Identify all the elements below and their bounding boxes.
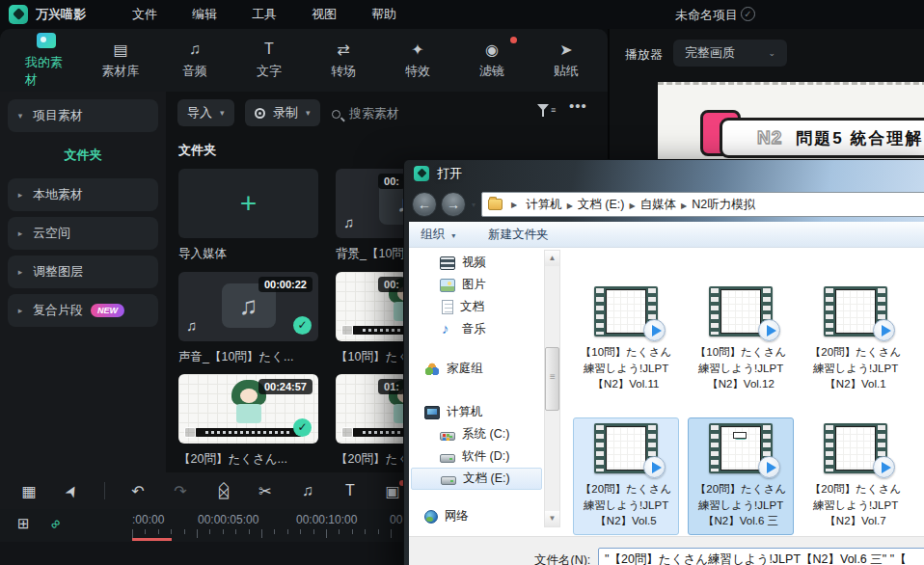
preview-title-banner: N2 問題5 統合理解 xyxy=(720,118,924,158)
delete-icon[interactable]: ⌫ xyxy=(216,481,231,500)
auto-ripple-link-icon[interactable]: ∞ xyxy=(46,515,64,532)
tree-item-家庭组[interactable]: 家庭组 xyxy=(411,358,542,380)
undo-icon[interactable]: ↶ xyxy=(128,482,148,500)
breadcrumb: 计算机▶文档 (E:)▶自媒体▶N2听力模拟 xyxy=(526,197,755,213)
recent-pages-icon[interactable]: ▾ xyxy=(472,201,476,209)
breadcrumb-arrow-icon: ▶ xyxy=(629,202,635,210)
scrollbar-thumb[interactable] xyxy=(545,347,559,411)
tree-scrollbar[interactable]: ▲ ▼ xyxy=(544,250,560,527)
notification-dot xyxy=(510,37,517,43)
tab-音频[interactable]: ♫音频 xyxy=(174,40,216,80)
breadcrumb-segment[interactable]: 文档 (E:) xyxy=(578,198,625,211)
split-scissors-icon[interactable]: ✂ xyxy=(256,482,275,500)
file-item[interactable]: 【10問】たくさん練習しよう!JLPT【N2】Vol.11 xyxy=(573,281,679,398)
tree-item-网络[interactable]: 网络 xyxy=(411,505,542,527)
film-library-icon xyxy=(440,256,455,270)
media-tile-label: 导入媒体 xyxy=(178,246,333,262)
film-frame xyxy=(606,289,646,334)
tree-item-label: 计算机 xyxy=(447,404,483,420)
address-bar[interactable]: ▶ 计算机▶文档 (E:)▶自媒体▶N2听力模拟 xyxy=(481,192,924,217)
detach-audio-icon[interactable]: ♫ xyxy=(298,482,317,499)
tree-item-文档 (E:)[interactable]: 文档 (E:) xyxy=(411,468,542,490)
sidebar-item-本地素材[interactable]: ▸本地素材 xyxy=(8,178,158,211)
film-sprockets xyxy=(711,288,719,335)
film-sprockets xyxy=(596,288,604,335)
media-section-title: 文件夹 xyxy=(178,142,216,159)
menu-item[interactable]: 工具 xyxy=(252,6,277,23)
tab-我的素材[interactable]: 我的素材 xyxy=(25,32,68,89)
file-item-partial[interactable] xyxy=(917,281,924,342)
crop-icon[interactable]: ▣ xyxy=(383,482,402,500)
more-options-icon[interactable]: ••• xyxy=(569,97,587,114)
homegroup-icon xyxy=(424,363,440,376)
file-item[interactable]: 【20問】たくさん練習しよう!JLPT【N2】Vol.6 三 xyxy=(688,417,794,535)
tree-item-系统 (C:)[interactable]: 系统 (C:) xyxy=(411,423,542,445)
sidebar-item-label: 调整图层 xyxy=(33,263,83,281)
forward-button[interactable]: → xyxy=(441,192,466,217)
tab-文字[interactable]: T文字 xyxy=(248,40,290,80)
redo-icon[interactable]: ↷ xyxy=(171,482,190,500)
tree-item-图片[interactable]: 图片 xyxy=(411,274,542,296)
media-tile-import[interactable]: + xyxy=(178,169,318,238)
import-button[interactable]: 导入▾ xyxy=(177,99,234,126)
tree-item-文档[interactable]: 文档 xyxy=(411,296,542,318)
sidebar-item-云空间[interactable]: ▸云空间 xyxy=(8,217,158,250)
dialog-title: 打开 xyxy=(437,165,462,182)
tab-滤镜[interactable]: ◉滤镜 xyxy=(471,40,513,80)
record-button[interactable]: 录制▾ xyxy=(245,99,320,126)
sidebar-item-调整图层[interactable]: ▸调整图层 xyxy=(8,256,158,288)
menu-item[interactable]: 编辑 xyxy=(192,6,217,23)
tab-label: 特效 xyxy=(405,63,430,80)
tree-item-视频[interactable]: 视频 xyxy=(411,252,542,274)
ruler-tick xyxy=(300,529,301,534)
sidebar-item-复合片段[interactable]: ▸复合片段NEW xyxy=(8,294,158,327)
file-item[interactable]: 【20問】たくさん練習しよう!JLPT【N2】Vol.5 xyxy=(573,417,679,535)
file-item[interactable]: 【20問】たくさん練習しよう!JLPT【N2】Vol.1 xyxy=(802,281,909,398)
scroll-down-icon[interactable]: ▼ xyxy=(545,511,559,526)
menu-item[interactable]: 文件 xyxy=(132,6,157,23)
caret-right-icon: ▸ xyxy=(8,229,33,238)
tab-label: 转场 xyxy=(331,63,356,80)
scroll-up-icon[interactable]: ▲ xyxy=(545,251,559,266)
add-to-track-icon[interactable]: ⊞ xyxy=(17,515,30,532)
breadcrumb-segment[interactable]: 计算机 xyxy=(526,198,562,211)
breadcrumb-segment[interactable]: N2听力模拟 xyxy=(692,198,755,211)
menu-item[interactable]: 视图 xyxy=(312,6,337,23)
tab-素材库[interactable]: ▤素材库 xyxy=(99,40,142,80)
clip-type-icon xyxy=(341,325,353,336)
tree-item-label: 网络 xyxy=(445,508,469,525)
layout-grid-icon[interactable]: ▦ xyxy=(19,482,39,500)
documents-library-icon xyxy=(442,300,453,314)
film-frame xyxy=(606,426,646,471)
tree-item-音乐[interactable]: 音乐 xyxy=(411,318,542,340)
file-item[interactable]: 【20問】たくさん練習しよう!JLPT【N2】Vol.7 xyxy=(802,417,909,535)
ruler-tick xyxy=(391,529,392,538)
media-tile-video[interactable]: 00:24:57✓ xyxy=(178,374,318,444)
ruler-tick-label: 00:00:10:00 xyxy=(296,513,357,526)
tree-item-软件 (D:)[interactable]: 软件 (D:) xyxy=(411,445,542,468)
dialog-title-bar[interactable]: 打开 xyxy=(404,160,924,187)
search-input[interactable]: 搜索素材 xyxy=(332,105,399,122)
tab-转场[interactable]: ⇄转场 xyxy=(322,40,365,80)
video-file-icon xyxy=(709,286,773,336)
new-folder-button[interactable]: 新建文件夹 xyxy=(488,227,549,243)
media-tile-audio[interactable]: ♫♫00:00:22✓ xyxy=(178,272,318,341)
organize-button[interactable]: 组织 ▾ xyxy=(421,227,455,243)
tab-贴纸[interactable]: ➤贴纸 xyxy=(545,40,587,80)
select-cursor-icon[interactable]: ➤ xyxy=(59,478,84,504)
search-icon xyxy=(332,110,340,119)
breadcrumb-segment[interactable]: 自媒体 xyxy=(640,198,677,211)
file-item-partial[interactable] xyxy=(917,417,924,479)
tree-item-label: 视频 xyxy=(462,255,486,271)
tab-特效[interactable]: ✦特效 xyxy=(396,40,439,80)
sidebar-item-项目素材[interactable]: ▾项目素材 xyxy=(8,99,158,132)
sidebar-item-folder[interactable]: 文件夹 xyxy=(0,147,166,164)
filename-input[interactable] xyxy=(598,548,924,565)
back-button[interactable]: ← xyxy=(412,192,437,217)
menu-item[interactable]: 帮助 xyxy=(371,6,396,23)
file-item[interactable]: 【10問】たくさん練習しよう!JLPT【N2】Vol.12 xyxy=(688,281,794,398)
thumb-content xyxy=(733,432,747,439)
quality-dropdown[interactable]: 完整画质⌄ xyxy=(673,40,787,67)
text-tool-icon[interactable]: T xyxy=(340,482,360,499)
tree-item-计算机[interactable]: 计算机 xyxy=(411,401,542,423)
